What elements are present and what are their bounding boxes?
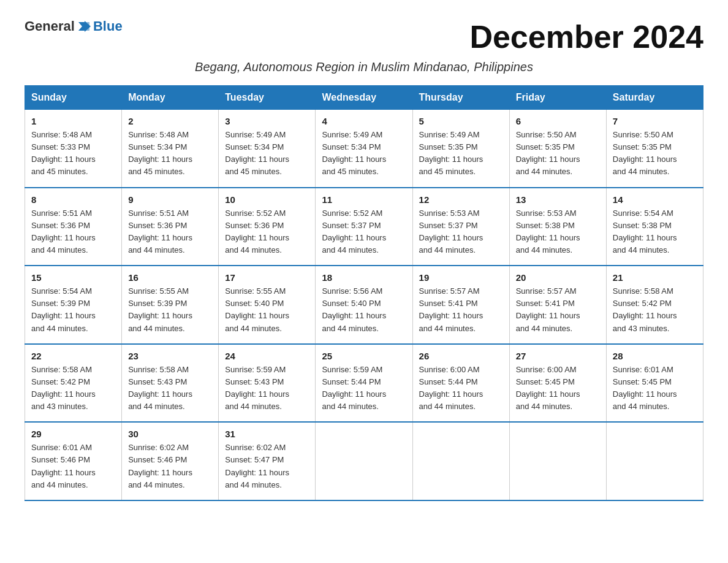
calendar-cell: 24Sunrise: 5:59 AMSunset: 5:43 PMDayligh… — [219, 344, 316, 423]
day-number: 19 — [419, 272, 503, 283]
calendar-week-1: 1Sunrise: 5:48 AMSunset: 5:33 PMDaylight… — [25, 110, 703, 188]
calendar-cell: 2Sunrise: 5:48 AMSunset: 5:34 PMDaylight… — [122, 110, 219, 188]
calendar-cell — [509, 422, 606, 500]
column-header-friday: Friday — [509, 86, 606, 110]
calendar-cell: 31Sunrise: 6:02 AMSunset: 5:47 PMDayligh… — [219, 422, 316, 500]
calendar-cell: 19Sunrise: 5:57 AMSunset: 5:41 PMDayligh… — [412, 266, 509, 344]
day-number: 20 — [516, 272, 600, 283]
day-number: 21 — [613, 272, 697, 283]
day-number: 24 — [225, 351, 309, 361]
calendar-cell: 7Sunrise: 5:50 AMSunset: 5:35 PMDaylight… — [606, 110, 703, 188]
day-number: 28 — [613, 351, 697, 361]
day-number: 11 — [322, 194, 406, 205]
day-info: Sunrise: 5:58 AMSunset: 5:42 PMDaylight:… — [613, 286, 677, 332]
day-number: 27 — [516, 351, 600, 361]
day-number: 16 — [128, 272, 212, 283]
day-info: Sunrise: 5:52 AMSunset: 5:37 PMDaylight:… — [322, 209, 386, 255]
calendar-cell: 18Sunrise: 5:56 AMSunset: 5:40 PMDayligh… — [316, 266, 412, 344]
day-number: 1 — [31, 116, 115, 126]
calendar-cell: 23Sunrise: 5:58 AMSunset: 5:43 PMDayligh… — [122, 344, 219, 423]
day-number: 18 — [322, 272, 406, 283]
day-info: Sunrise: 6:00 AMSunset: 5:44 PMDaylight:… — [419, 365, 483, 411]
day-info: Sunrise: 6:02 AMSunset: 5:46 PMDaylight:… — [128, 443, 192, 489]
page-title: December 2024 — [469, 18, 703, 55]
calendar-cell: 6Sunrise: 5:50 AMSunset: 5:35 PMDaylight… — [509, 110, 606, 188]
day-info: Sunrise: 5:57 AMSunset: 5:41 PMDaylight:… — [419, 286, 483, 332]
day-info: Sunrise: 5:51 AMSunset: 5:36 PMDaylight:… — [128, 209, 192, 255]
day-info: Sunrise: 5:54 AMSunset: 5:39 PMDaylight:… — [31, 286, 96, 332]
calendar-cell: 13Sunrise: 5:53 AMSunset: 5:38 PMDayligh… — [509, 188, 606, 266]
day-number: 12 — [419, 194, 503, 205]
day-info: Sunrise: 5:55 AMSunset: 5:40 PMDaylight:… — [225, 286, 289, 332]
calendar-cell: 4Sunrise: 5:49 AMSunset: 5:34 PMDaylight… — [316, 110, 412, 188]
calendar-cell: 5Sunrise: 5:49 AMSunset: 5:35 PMDaylight… — [412, 110, 509, 188]
day-info: Sunrise: 5:53 AMSunset: 5:38 PMDaylight:… — [516, 209, 580, 255]
header: General Blue December 2024 — [25, 18, 703, 55]
day-info: Sunrise: 5:58 AMSunset: 5:43 PMDaylight:… — [128, 365, 192, 411]
calendar-cell: 21Sunrise: 5:58 AMSunset: 5:42 PMDayligh… — [606, 266, 703, 344]
day-number: 17 — [225, 272, 309, 283]
day-info: Sunrise: 5:49 AMSunset: 5:34 PMDaylight:… — [225, 130, 289, 176]
calendar-cell: 17Sunrise: 5:55 AMSunset: 5:40 PMDayligh… — [219, 266, 316, 344]
logo-arrow-icon — [77, 20, 91, 33]
day-info: Sunrise: 5:53 AMSunset: 5:37 PMDaylight:… — [419, 209, 483, 255]
logo-text-general: General — [25, 18, 75, 34]
calendar-cell: 3Sunrise: 5:49 AMSunset: 5:34 PMDaylight… — [219, 110, 316, 188]
column-header-saturday: Saturday — [606, 86, 703, 110]
day-number: 25 — [322, 351, 406, 361]
day-number: 30 — [128, 429, 212, 439]
calendar-cell: 15Sunrise: 5:54 AMSunset: 5:39 PMDayligh… — [25, 266, 122, 344]
day-info: Sunrise: 5:48 AMSunset: 5:34 PMDaylight:… — [128, 130, 192, 176]
calendar-cell: 22Sunrise: 5:58 AMSunset: 5:42 PMDayligh… — [25, 344, 122, 423]
day-number: 22 — [31, 351, 115, 361]
day-number: 26 — [419, 351, 503, 361]
day-number: 7 — [613, 116, 697, 126]
day-number: 23 — [128, 351, 212, 361]
calendar-cell: 27Sunrise: 6:00 AMSunset: 5:45 PMDayligh… — [509, 344, 606, 423]
day-number: 9 — [128, 194, 212, 205]
column-header-thursday: Thursday — [412, 86, 509, 110]
logo-text-blue: Blue — [93, 18, 123, 34]
calendar-week-2: 8Sunrise: 5:51 AMSunset: 5:36 PMDaylight… — [25, 188, 703, 266]
calendar-week-3: 15Sunrise: 5:54 AMSunset: 5:39 PMDayligh… — [25, 266, 703, 344]
calendar-cell — [316, 422, 412, 500]
day-info: Sunrise: 5:55 AMSunset: 5:39 PMDaylight:… — [128, 286, 192, 332]
day-number: 6 — [516, 116, 600, 126]
day-number: 31 — [225, 429, 309, 439]
subtitle: Begang, Autonomous Region in Muslim Mind… — [25, 60, 703, 74]
calendar-cell: 14Sunrise: 5:54 AMSunset: 5:38 PMDayligh… — [606, 188, 703, 266]
day-number: 4 — [322, 116, 406, 126]
day-info: Sunrise: 5:52 AMSunset: 5:36 PMDaylight:… — [225, 209, 289, 255]
day-number: 15 — [31, 272, 115, 283]
logo: General Blue — [25, 18, 123, 34]
day-info: Sunrise: 5:54 AMSunset: 5:38 PMDaylight:… — [613, 209, 677, 255]
column-header-tuesday: Tuesday — [219, 86, 316, 110]
column-header-sunday: Sunday — [25, 86, 122, 110]
calendar-table: SundayMondayTuesdayWednesdayThursdayFrid… — [25, 85, 703, 501]
day-info: Sunrise: 5:59 AMSunset: 5:43 PMDaylight:… — [225, 365, 289, 411]
day-info: Sunrise: 6:01 AMSunset: 5:45 PMDaylight:… — [613, 365, 677, 411]
calendar-cell — [412, 422, 509, 500]
day-number: 13 — [516, 194, 600, 205]
calendar-cell: 20Sunrise: 5:57 AMSunset: 5:41 PMDayligh… — [509, 266, 606, 344]
calendar-cell: 11Sunrise: 5:52 AMSunset: 5:37 PMDayligh… — [316, 188, 412, 266]
day-info: Sunrise: 6:02 AMSunset: 5:47 PMDaylight:… — [225, 443, 289, 489]
calendar-cell: 1Sunrise: 5:48 AMSunset: 5:33 PMDaylight… — [25, 110, 122, 188]
calendar-cell: 26Sunrise: 6:00 AMSunset: 5:44 PMDayligh… — [412, 344, 509, 423]
day-number: 29 — [31, 429, 115, 439]
calendar-week-4: 22Sunrise: 5:58 AMSunset: 5:42 PMDayligh… — [25, 344, 703, 423]
calendar-cell: 30Sunrise: 6:02 AMSunset: 5:46 PMDayligh… — [122, 422, 219, 500]
calendar-cell: 28Sunrise: 6:01 AMSunset: 5:45 PMDayligh… — [606, 344, 703, 423]
calendar-cell: 10Sunrise: 5:52 AMSunset: 5:36 PMDayligh… — [219, 188, 316, 266]
calendar-cell: 9Sunrise: 5:51 AMSunset: 5:36 PMDaylight… — [122, 188, 219, 266]
day-number: 5 — [419, 116, 503, 126]
day-number: 3 — [225, 116, 309, 126]
day-info: Sunrise: 5:57 AMSunset: 5:41 PMDaylight:… — [516, 286, 580, 332]
day-info: Sunrise: 5:51 AMSunset: 5:36 PMDaylight:… — [31, 209, 96, 255]
day-info: Sunrise: 5:49 AMSunset: 5:35 PMDaylight:… — [419, 130, 483, 176]
day-number: 2 — [128, 116, 212, 126]
calendar-week-5: 29Sunrise: 6:01 AMSunset: 5:46 PMDayligh… — [25, 422, 703, 500]
calendar-header-row: SundayMondayTuesdayWednesdayThursdayFrid… — [25, 86, 703, 110]
day-number: 10 — [225, 194, 309, 205]
day-info: Sunrise: 5:58 AMSunset: 5:42 PMDaylight:… — [31, 365, 96, 411]
